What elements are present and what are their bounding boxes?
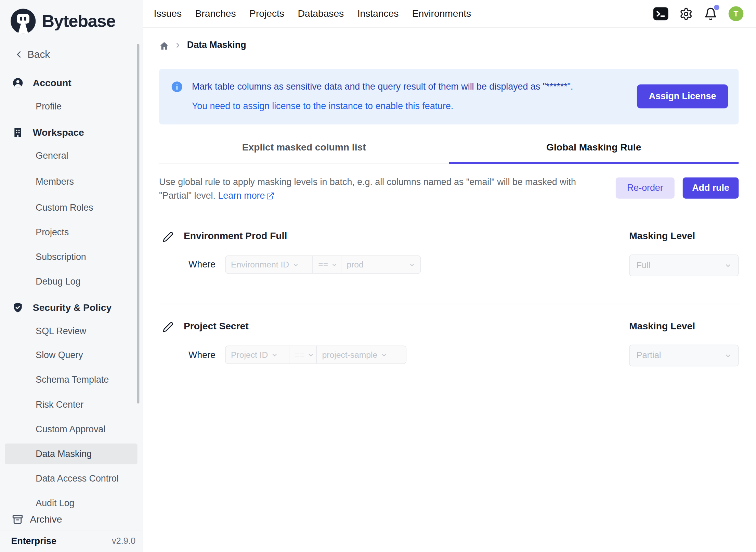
rule-title: Project Secret: [184, 320, 249, 331]
banner-line-1: Mark table columns as sensitive data and…: [192, 80, 573, 93]
nav-environments[interactable]: Environments: [412, 8, 471, 19]
sidebar-item-audit-log[interactable]: Audit Log: [0, 496, 143, 511]
sidebar: Bytebase Back Account Profi: [0, 0, 143, 552]
app-version: v2.9.0: [112, 536, 135, 546]
chevron-down-icon: [725, 262, 731, 269]
tab-explicit-masked-column-list[interactable]: Explict masked column list: [159, 142, 449, 163]
back-label: Back: [27, 49, 50, 60]
archive-icon: [12, 513, 24, 525]
sidebar-item-general[interactable]: General: [0, 148, 143, 163]
sidebar-item-members[interactable]: Members: [0, 174, 143, 189]
bytebase-logo-icon: [11, 9, 36, 34]
tab-global-masking-rule[interactable]: Global Masking Rule: [449, 142, 739, 163]
nav-branches[interactable]: Branches: [195, 8, 236, 19]
condition-field-select[interactable]: Environment ID: [226, 256, 313, 273]
sql-editor-terminal-icon[interactable]: [653, 7, 668, 20]
sidebar-item-projects[interactable]: Projects: [0, 225, 143, 240]
where-label: Where: [188, 259, 216, 270]
app: Bytebase Back Account Profi: [0, 0, 756, 552]
condition-operator-select[interactable]: ==: [289, 346, 316, 364]
chevron-down-icon: [381, 352, 387, 358]
sidebar-item-archive[interactable]: Archive: [0, 509, 142, 530]
building-icon: [12, 127, 24, 139]
sidebar-item-slow-query[interactable]: Slow Query: [0, 347, 143, 363]
plan-footer: Enterprise v2.9.0: [0, 530, 142, 552]
plan-name: Enterprise: [11, 536, 56, 547]
sidebar-item-debug-log[interactable]: Debug Log: [0, 274, 143, 289]
chevron-left-icon: [13, 49, 24, 60]
condition-field-select[interactable]: Project ID: [226, 346, 289, 364]
top-nav: Issues Branches Projects Databases Insta…: [154, 0, 471, 27]
add-rule-button[interactable]: Add rule: [683, 178, 739, 199]
chevron-down-icon: [331, 262, 338, 268]
active-tab-underline: [449, 162, 739, 164]
sidebar-scrollbar[interactable]: [137, 44, 139, 403]
brand-name: Bytebase: [42, 11, 115, 31]
sidebar-item-custom-roles[interactable]: Custom Roles: [0, 200, 143, 215]
where-label: Where: [188, 350, 216, 360]
notification-dot: [714, 4, 719, 10]
chevron-down-icon: [308, 352, 314, 358]
top-icons: T: [653, 0, 744, 27]
sidebar-item-subscription[interactable]: Subscription: [0, 249, 143, 265]
home-icon[interactable]: [159, 41, 169, 51]
chevron-down-icon: [271, 352, 277, 358]
user-circle-icon: [12, 77, 24, 89]
nav-projects[interactable]: Projects: [249, 8, 284, 19]
back-button[interactable]: Back: [13, 49, 50, 60]
sidebar-item-data-masking[interactable]: Data Masking: [5, 444, 138, 464]
condition-value-select[interactable]: prod: [341, 256, 420, 273]
masking-level-label: Masking Level: [629, 231, 695, 241]
section-label: Workspace: [33, 127, 84, 138]
rule-divider: [159, 304, 739, 304]
top-bar: Issues Branches Projects Databases Insta…: [143, 0, 756, 28]
sidebar-section-workspace: Workspace: [12, 125, 84, 140]
masking-level-select[interactable]: Partial: [629, 345, 739, 366]
rule-condition-group: Project ID == project-sample: [225, 346, 406, 364]
masking-level-select[interactable]: Full: [629, 254, 739, 276]
shield-check-icon: [12, 302, 24, 313]
assign-license-button[interactable]: Assign License: [637, 84, 728, 108]
bytebase-logo[interactable]: Bytebase: [11, 9, 115, 34]
learn-more-link[interactable]: Learn more: [218, 189, 274, 202]
banner-line-2: You need to assign license to the instan…: [192, 100, 453, 113]
rule-condition-group: Environment ID == prod: [225, 255, 421, 274]
rules-description-line-2: "Partial" level. Learn more: [159, 189, 274, 202]
archive-label: Archive: [30, 514, 62, 525]
masking-level-label: Masking Level: [629, 320, 695, 331]
condition-value-select[interactable]: project-sample: [316, 346, 406, 364]
breadcrumb-chevron-icon: [174, 41, 182, 49]
sidebar-item-risk-center[interactable]: Risk Center: [0, 397, 143, 412]
section-label: Account: [33, 77, 71, 88]
info-icon: [172, 81, 182, 92]
gear-icon[interactable]: [679, 7, 693, 20]
sidebar-item-data-access-control[interactable]: Data Access Control: [0, 471, 143, 486]
sidebar-section-security-policy: Security & Policy: [12, 300, 112, 315]
sidebar-section-account: Account: [12, 75, 71, 91]
condition-operator-select[interactable]: ==: [312, 256, 341, 273]
bell-icon[interactable]: [704, 7, 717, 20]
section-label: Security & Policy: [33, 302, 112, 313]
sidebar-item-schema-template[interactable]: Schema Template: [0, 372, 143, 387]
rule-title: Environment Prod Full: [184, 231, 287, 241]
edit-rule-pencil-icon[interactable]: [162, 232, 173, 242]
rules-description-line-1: Use global rule to apply masking levels …: [159, 175, 576, 189]
sidebar-item-profile[interactable]: Profile: [0, 99, 143, 114]
reorder-button[interactable]: Re-order: [616, 178, 675, 199]
chevron-down-icon: [292, 262, 299, 268]
edit-rule-pencil-icon[interactable]: [162, 321, 173, 332]
chevron-down-icon: [725, 352, 731, 359]
breadcrumb-current: Data Masking: [187, 40, 246, 50]
nav-instances[interactable]: Instances: [357, 8, 399, 19]
sidebar-item-custom-approval[interactable]: Custom Approval: [0, 422, 143, 437]
chevron-down-icon: [409, 262, 415, 268]
nav-databases[interactable]: Databases: [298, 8, 344, 19]
sidebar-item-sql-review[interactable]: SQL Review: [0, 324, 143, 339]
avatar[interactable]: T: [729, 6, 744, 21]
nav-issues[interactable]: Issues: [154, 8, 182, 19]
license-banner: Mark table columns as sensitive data and…: [159, 69, 739, 124]
external-link-icon: [266, 192, 275, 200]
